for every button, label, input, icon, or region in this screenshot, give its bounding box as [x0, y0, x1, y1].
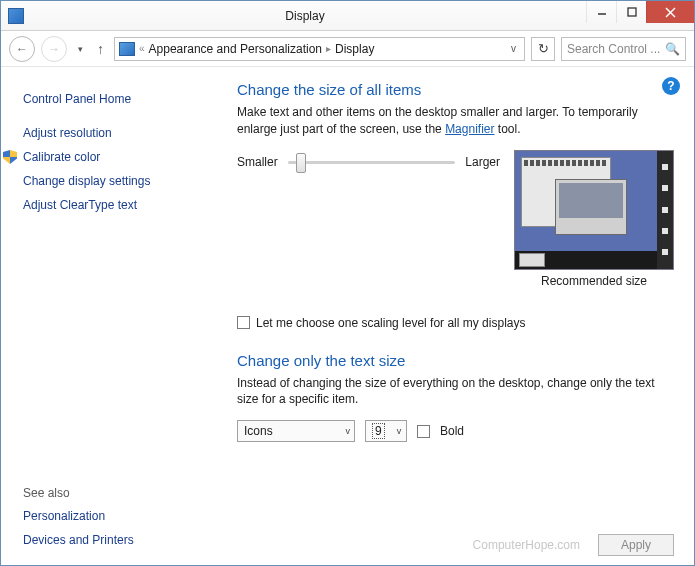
chevron-down-icon: v	[397, 426, 402, 436]
slider-label-larger: Larger	[465, 155, 500, 169]
apply-button[interactable]: Apply	[598, 534, 674, 556]
chevron-down-icon: v	[346, 426, 351, 436]
font-size-select[interactable]: 9 v	[365, 420, 407, 442]
slider-label-smaller: Smaller	[237, 155, 278, 169]
close-button[interactable]	[646, 1, 694, 23]
minimize-button[interactable]	[586, 1, 616, 23]
main-panel: ? Change the size of all items Make text…	[211, 67, 694, 566]
adjust-cleartype-link[interactable]: Adjust ClearType text	[23, 193, 203, 217]
refresh-button[interactable]: ↻	[531, 37, 555, 61]
forward-button[interactable]: →	[41, 36, 67, 62]
back-button[interactable]: ←	[9, 36, 35, 62]
control-panel-home-link[interactable]: Control Panel Home	[23, 87, 203, 111]
heading-text-size: Change only the text size	[237, 352, 674, 369]
history-dropdown[interactable]: ▾	[73, 42, 87, 56]
slider-track	[288, 161, 456, 164]
description-1: Make text and other items on the desktop…	[237, 104, 674, 138]
devices-printers-link[interactable]: Devices and Printers	[23, 528, 203, 552]
search-icon: 🔍	[665, 42, 680, 56]
app-icon	[8, 8, 24, 24]
preview-thumbnail	[514, 150, 674, 270]
magnifier-link[interactable]: Magnifier	[445, 122, 494, 136]
see-also-label: See also	[23, 486, 203, 500]
bold-label: Bold	[440, 424, 464, 438]
search-placeholder: Search Control ...	[567, 42, 660, 56]
adjust-resolution-link[interactable]: Adjust resolution	[23, 121, 203, 145]
desc-text: tool.	[494, 122, 520, 136]
sidebar: Control Panel Home Adjust resolution Cal…	[1, 67, 211, 566]
preview-wrap: Recommended size	[514, 150, 674, 288]
chevron-right-icon: ▸	[326, 43, 331, 54]
recommended-size-label: Recommended size	[541, 274, 647, 288]
maximize-button[interactable]	[616, 1, 646, 23]
size-slider[interactable]	[288, 150, 456, 174]
heading-change-size: Change the size of all items	[237, 81, 674, 98]
text-size-controls: Icons v 9 v Bold	[237, 420, 674, 442]
change-display-settings-link[interactable]: Change display settings	[23, 169, 203, 193]
svg-rect-1	[628, 8, 636, 16]
scaling-checkbox-label: Let me choose one scaling level for all …	[256, 316, 525, 330]
monitor-icon	[119, 42, 135, 56]
desc-text: Make text and other items on the desktop…	[237, 105, 638, 136]
breadcrumb-item[interactable]: Display	[335, 42, 374, 56]
nav-bar: ← → ▾ ↑ « Appearance and Personalization…	[1, 31, 694, 67]
address-bar[interactable]: « Appearance and Personalization ▸ Displ…	[114, 37, 525, 61]
watermark: ComputerHope.com	[473, 538, 580, 552]
bold-checkbox[interactable]	[417, 425, 430, 438]
title-bar: Display	[1, 1, 694, 31]
window-buttons	[586, 1, 694, 30]
up-button[interactable]: ↑	[93, 41, 108, 57]
personalization-link[interactable]: Personalization	[23, 504, 203, 528]
help-icon[interactable]: ?	[662, 77, 680, 95]
size-slider-row: Smaller Larger	[237, 150, 500, 174]
footer: ComputerHope.com Apply	[473, 534, 674, 556]
address-dropdown-icon[interactable]: v	[507, 43, 520, 54]
window-title: Display	[24, 9, 586, 23]
font-size-value: 9	[372, 423, 385, 439]
description-2: Instead of changing the size of everythi…	[237, 375, 674, 409]
slider-thumb[interactable]	[296, 153, 306, 173]
shield-icon	[3, 150, 17, 164]
breadcrumb-item[interactable]: Appearance and Personalization	[149, 42, 322, 56]
scaling-checkbox[interactable]	[237, 316, 250, 329]
scaling-checkbox-row: Let me choose one scaling level for all …	[237, 316, 674, 330]
search-input[interactable]: Search Control ... 🔍	[561, 37, 686, 61]
breadcrumb-separator: «	[139, 43, 145, 54]
calibrate-color-link[interactable]: Calibrate color	[23, 145, 100, 169]
item-select-value: Icons	[244, 424, 273, 438]
item-select[interactable]: Icons v	[237, 420, 355, 442]
